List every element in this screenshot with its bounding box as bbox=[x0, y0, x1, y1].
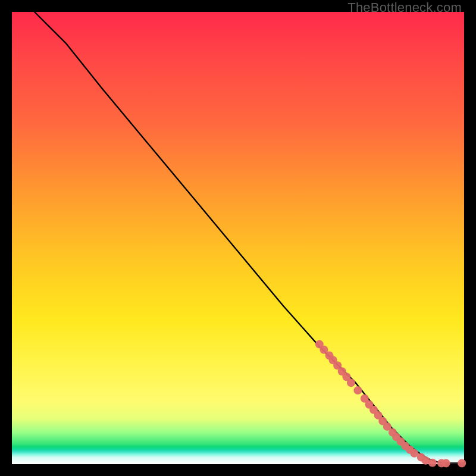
chart-frame: TheBottleneck.com bbox=[0, 0, 476, 476]
scatter-point bbox=[347, 378, 355, 387]
chart-svg bbox=[12, 12, 464, 464]
scatter-point bbox=[442, 459, 450, 467]
scatter-points bbox=[315, 340, 466, 468]
scatter-point bbox=[458, 459, 466, 467]
scatter-point bbox=[353, 386, 362, 394]
bottleneck-curve bbox=[35, 12, 464, 463]
plot-area bbox=[12, 12, 464, 464]
scatter-point bbox=[428, 459, 437, 467]
